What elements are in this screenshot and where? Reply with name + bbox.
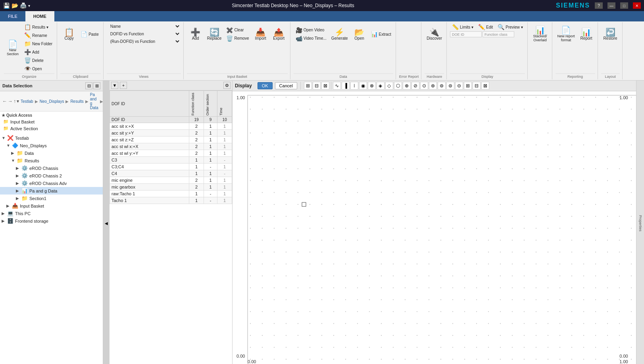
chart-icon-bar-chart[interactable]: ▐ bbox=[342, 82, 350, 90]
data-open-button[interactable]: 📂 Open bbox=[351, 23, 368, 45]
function-class-field[interactable]: Function class bbox=[483, 31, 514, 37]
print-icon[interactable]: 🖨️ bbox=[20, 2, 27, 9]
tree-item-neo-displays[interactable]: ▼ 🔷 Neo_Displays bbox=[0, 142, 103, 149]
tree-item-erod-chassis-2[interactable]: ▶ ⚙️ eROD Chassis 2 bbox=[0, 172, 103, 179]
tree-item-pa-g-data[interactable]: ▶ 📊 Pa and g Data bbox=[0, 187, 103, 195]
tree-item-section1[interactable]: ▶ 📁 Section1 bbox=[0, 195, 103, 202]
tab-home[interactable]: HOME bbox=[25, 11, 54, 21]
chart-icon-1[interactable]: ⊞ bbox=[304, 82, 312, 90]
filter-button[interactable]: ▼ bbox=[111, 82, 118, 89]
question-btn[interactable]: ? bbox=[595, 2, 603, 9]
results-dropdown-button[interactable]: 📋 Results ▾ bbox=[22, 23, 54, 31]
nav-forward-button[interactable]: → bbox=[8, 98, 13, 104]
table-row[interactable]: mic gearbox 2 1 1 bbox=[110, 184, 232, 191]
minimize-btn[interactable]: — bbox=[607, 2, 615, 9]
chart-icon-8[interactable]: ⬡ bbox=[394, 82, 402, 90]
close-btn[interactable]: ✕ bbox=[633, 2, 641, 9]
expand-erod-icon[interactable]: ▶ bbox=[16, 166, 21, 170]
views-dropdown-1[interactable]: Name Name - Large bbox=[107, 23, 181, 30]
breadcrumb-neo-displays[interactable]: Neo_Displays bbox=[40, 99, 64, 104]
tree-item-testlab[interactable]: ▼ ❌ Testlab bbox=[0, 134, 103, 142]
chart-icon-9[interactable]: ⊕ bbox=[403, 82, 411, 90]
table-row[interactable]: C3;C4 1 - 1 bbox=[110, 164, 232, 170]
copy-button[interactable]: 📋 Copy bbox=[60, 23, 78, 45]
preview-button[interactable]: 🔍 Preview ▾ bbox=[496, 23, 525, 31]
tree-item-erod-chassis-adv[interactable]: ▶ ⚙️ eROD Chassis Adv bbox=[0, 179, 103, 187]
expand-testlab-icon[interactable]: ▼ bbox=[2, 136, 6, 140]
new-section-button[interactable]: 📄 NewSection bbox=[4, 37, 21, 59]
table-row[interactable]: Tacho 1 1 - 1 bbox=[110, 197, 232, 204]
expand-frontend-icon[interactable]: ▶ bbox=[2, 219, 6, 223]
quick-item-input-basket[interactable]: 📁 Input Basket bbox=[2, 118, 101, 125]
basket-replace-button[interactable]: 🔄 Replace bbox=[205, 23, 224, 45]
table-row[interactable]: mic engine 2 1 1 bbox=[110, 177, 232, 184]
edit-button[interactable]: ✏️ Edit bbox=[476, 23, 495, 31]
table-row[interactable]: C3 1 1 - bbox=[110, 157, 232, 164]
chart-icon-12[interactable]: ⊛ bbox=[429, 82, 437, 90]
cancel-button[interactable]: Cancel bbox=[275, 82, 297, 89]
video-time-button[interactable]: 📹 Video Time... bbox=[294, 35, 329, 42]
views-dropdown-2[interactable]: DOFID vs Function (Cx-DOFID) vs Function bbox=[107, 31, 181, 37]
tree-item-results[interactable]: ▼ 📁 Results bbox=[0, 157, 103, 164]
chart-icon-2[interactable]: ⊟ bbox=[313, 82, 321, 90]
breadcrumb-pa-g-data[interactable]: Pa and g Data bbox=[90, 92, 98, 110]
discover-button[interactable]: 🔌 Discover bbox=[425, 23, 444, 45]
basket-add-button[interactable]: ➕ Add bbox=[187, 23, 204, 45]
chart-icon-wave[interactable]: ∿ bbox=[333, 82, 341, 90]
new-folder-button[interactable]: 📁 New Folder bbox=[22, 40, 54, 48]
expand-panel-button[interactable]: ⊞ bbox=[93, 82, 100, 89]
chart-icon-11[interactable]: ⊙ bbox=[420, 82, 428, 90]
collapse-panel-button[interactable]: ⊟ bbox=[85, 82, 92, 89]
chart-icon-15[interactable]: ⊝ bbox=[455, 82, 463, 90]
doe-id-field[interactable]: DOE ID bbox=[450, 31, 482, 37]
stacked-button[interactable]: 📊 Stacked/Overlaid bbox=[531, 23, 549, 45]
expand-pa-icon[interactable]: ▶ bbox=[16, 189, 21, 193]
chart-icon-3[interactable]: ⊠ bbox=[321, 82, 329, 90]
quick-item-active-section[interactable]: 📁 Active Section bbox=[2, 125, 101, 132]
tree-item-erod-chassis[interactable]: ▶ ⚙️ eROD Chassis bbox=[0, 164, 103, 172]
expand-erod2-icon[interactable]: ▶ bbox=[16, 173, 21, 178]
limits-button[interactable]: 📏 Limits ▾ bbox=[450, 23, 475, 31]
chart-icon-16[interactable]: ⊞ bbox=[464, 82, 472, 90]
table-row[interactable]: acc st wl y:+Y 2 1 1 bbox=[110, 150, 232, 157]
sidebar-toggle-button[interactable]: ◀ bbox=[103, 81, 110, 364]
export-button[interactable]: 📤 Export bbox=[270, 23, 288, 45]
open-video-button[interactable]: 🎥 Open Video bbox=[294, 26, 329, 34]
properties-panel[interactable]: Properties bbox=[636, 81, 644, 364]
chart-icon-13[interactable]: ⊚ bbox=[438, 82, 446, 90]
generate-button[interactable]: ⚡ Generate bbox=[329, 23, 350, 45]
chart-icon-17[interactable]: ⊟ bbox=[473, 82, 481, 90]
grid-add-button[interactable]: + bbox=[120, 82, 127, 89]
maximize-btn[interactable]: □ bbox=[620, 2, 628, 9]
basket-remove-button[interactable]: 🗑️ Remove bbox=[224, 35, 251, 42]
open-icon[interactable]: 📂 bbox=[12, 2, 18, 9]
ok-button[interactable]: OK bbox=[258, 82, 273, 89]
chart-icon-6[interactable]: ◈ bbox=[377, 82, 384, 90]
expand-input-basket-icon[interactable]: ▶ bbox=[6, 204, 11, 208]
table-row[interactable]: C4 1 1 - bbox=[110, 170, 232, 177]
chart-icon-14[interactable]: ⊜ bbox=[446, 82, 454, 90]
open-button[interactable]: 👁️ Open bbox=[22, 65, 54, 73]
expand-this-pc-icon[interactable]: ▶ bbox=[2, 211, 6, 216]
nav-path-button[interactable]: ▾ bbox=[17, 98, 19, 104]
delete-button[interactable]: 🗑️ Delete bbox=[22, 56, 54, 64]
save-icon[interactable]: 💾 bbox=[3, 2, 10, 9]
rename-button[interactable]: ✏️ Rename bbox=[22, 31, 54, 39]
paste-button[interactable]: 📄 Paste bbox=[79, 30, 101, 38]
tree-item-input-basket[interactable]: ▶ 📥 Input Basket bbox=[0, 202, 103, 210]
breadcrumb-results[interactable]: Results bbox=[70, 99, 83, 104]
chart-icon-7[interactable]: ◇ bbox=[385, 82, 393, 90]
new-report-button[interactable]: 📄 New reportformat bbox=[556, 23, 577, 45]
tab-file[interactable]: FILE bbox=[0, 11, 25, 21]
table-row[interactable]: acc st wl x:+X 2 1 1 bbox=[110, 143, 232, 150]
restore-button[interactable]: ↩️ Restore bbox=[602, 23, 619, 45]
chart-icon-4[interactable]: ◉ bbox=[359, 82, 367, 90]
expand-section1-icon[interactable]: ▶ bbox=[16, 196, 21, 200]
chart-icon-18[interactable]: ⊠ bbox=[481, 82, 489, 90]
views-dropdown-3[interactable]: (Run-DOFID) vs Function DOFID vs Run bbox=[107, 38, 181, 45]
nav-back-button[interactable]: ← bbox=[2, 98, 7, 104]
expand-erod-adv-icon[interactable]: ▶ bbox=[16, 181, 21, 185]
expand-data-icon[interactable]: ▶ bbox=[11, 151, 16, 155]
settings-button[interactable]: ⚙ bbox=[223, 82, 231, 89]
breadcrumb-testlab[interactable]: Testlab bbox=[21, 99, 33, 104]
